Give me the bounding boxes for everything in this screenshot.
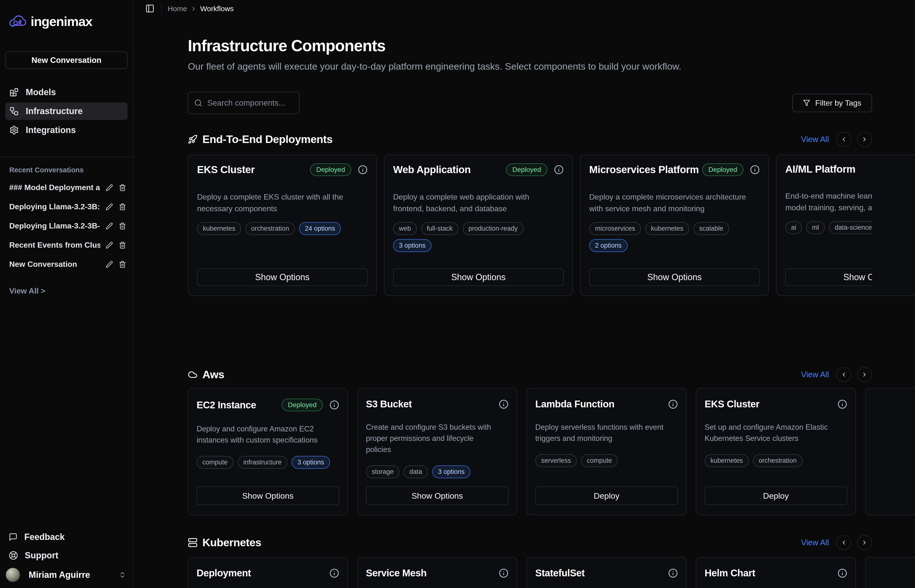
info-icon[interactable] <box>750 165 760 174</box>
carousel-next-button[interactable] <box>857 132 872 147</box>
status-badge: Deployed <box>702 163 743 176</box>
filter-by-tags-label: Filter by Tags <box>815 99 861 108</box>
filter-by-tags-button[interactable]: Filter by Tags <box>792 94 872 112</box>
view-all-link[interactable]: View All <box>801 135 829 144</box>
info-icon[interactable] <box>499 568 509 578</box>
tag-pill[interactable]: ai <box>785 221 802 234</box>
conversation-item[interactable]: Deploying Llama-3.2-3B-Inst <box>9 216 126 236</box>
topbar: Home Workflows <box>145 2 915 15</box>
tag-pill[interactable]: data <box>403 465 428 478</box>
integrations-icon <box>9 125 19 135</box>
tag-pill[interactable]: kubernetes <box>197 222 241 235</box>
tag-pill[interactable]: full-stack <box>421 222 459 235</box>
show-options-button[interactable]: Show Options <box>393 268 564 286</box>
sidebar-item-infrastructure[interactable]: Infrastructure <box>5 102 128 120</box>
info-icon[interactable] <box>668 399 678 409</box>
delete-conversation-button[interactable] <box>118 222 126 230</box>
sidebar-view-all-link[interactable]: View All > <box>9 286 133 296</box>
edit-conversation-button[interactable] <box>105 222 113 230</box>
card: Web ApplicationDeployedDeploy a complete… <box>384 155 573 296</box>
show-options-button[interactable]: Show Options <box>196 486 339 505</box>
edit-conversation-button[interactable] <box>105 184 113 192</box>
models-icon <box>9 87 19 97</box>
carousel-prev-button[interactable] <box>836 132 851 147</box>
search-input[interactable] <box>207 98 294 108</box>
support-button[interactable]: Support <box>0 546 133 565</box>
card-header: Microservices PlatformDeployed <box>589 163 760 176</box>
tag-pill[interactable]: kubernetes <box>704 454 749 467</box>
carousel-prev-button[interactable] <box>836 535 851 550</box>
card: AI/ML PlatformEnd-to-end machine learnin… <box>776 155 915 296</box>
info-icon[interactable] <box>668 568 678 578</box>
app-window: ingenimax New Conversation ModelsInfrast… <box>0 0 915 588</box>
tag-pill[interactable]: compute <box>581 454 618 467</box>
options-pill[interactable]: 3 options <box>432 465 471 478</box>
delete-conversation-button[interactable] <box>118 184 126 192</box>
section-header: KubernetesView All <box>188 535 872 550</box>
view-all-link[interactable]: View All <box>801 370 829 379</box>
delete-conversation-button[interactable] <box>118 241 126 249</box>
card-tags: webfull-stackproduction-ready3 options <box>393 222 564 252</box>
tag-pill[interactable]: orchestration <box>245 222 295 235</box>
show-options-button[interactable]: Show Options <box>589 268 760 286</box>
show-options-button[interactable]: Show Options <box>366 486 509 505</box>
info-icon[interactable] <box>554 165 564 174</box>
sidebar-divider <box>0 157 133 157</box>
edit-conversation-button[interactable] <box>105 260 113 268</box>
sidebar-item-models[interactable]: Models <box>5 84 128 101</box>
carousel-prev-button[interactable] <box>836 367 851 382</box>
topbar-divider <box>161 3 162 14</box>
card-title: S3 Bucket <box>366 399 412 410</box>
info-icon[interactable] <box>329 568 339 578</box>
options-pill[interactable]: 24 options <box>299 222 341 235</box>
trash-icon <box>119 203 126 210</box>
pencil-icon <box>106 184 113 191</box>
tag-pill[interactable]: orchestration <box>753 454 803 467</box>
breadcrumb-home[interactable]: Home <box>168 5 187 13</box>
deploy-button[interactable]: Deploy <box>535 486 678 505</box>
info-icon[interactable] <box>329 400 339 410</box>
user-menu[interactable]: Miriam Aguirre <box>0 565 133 585</box>
edit-conversation-button[interactable] <box>105 203 113 211</box>
info-icon[interactable] <box>499 399 509 409</box>
sidebar-item-integrations[interactable]: Integrations <box>5 121 128 139</box>
tag-pill[interactable]: infrastructure <box>238 456 288 469</box>
delete-conversation-button[interactable] <box>118 203 126 211</box>
conversation-item[interactable]: Recent Events from Cluster: a <box>9 236 126 255</box>
options-pill[interactable]: 2 options <box>589 239 628 252</box>
options-pill[interactable]: 3 options <box>292 456 330 469</box>
tag-pill[interactable]: production-ready <box>463 222 523 235</box>
view-all-link[interactable]: View All <box>801 538 829 547</box>
tag-pill[interactable]: microservices <box>589 222 641 235</box>
conversation-title: New Conversation <box>9 260 100 269</box>
edit-conversation-button[interactable] <box>105 241 113 249</box>
tag-pill[interactable]: compute <box>196 456 233 469</box>
sidebar-toggle-icon[interactable] <box>145 4 155 14</box>
options-pill[interactable]: 3 options <box>393 239 431 252</box>
carousel-next-button[interactable] <box>857 535 872 550</box>
show-options-button[interactable]: Show Options <box>197 268 368 286</box>
card-title: EKS Cluster <box>197 164 254 176</box>
tag-pill[interactable]: web <box>393 222 417 235</box>
card-header: Service Mesh <box>366 568 509 578</box>
delete-conversation-button[interactable] <box>118 260 126 268</box>
tag-pill[interactable]: ml <box>806 221 825 234</box>
feedback-button[interactable]: Feedback <box>0 528 133 546</box>
card-header: StatefulSet <box>535 568 678 578</box>
tag-pill[interactable]: serverless <box>535 454 577 467</box>
tag-pill[interactable]: storage <box>366 465 400 478</box>
carousel-next-button[interactable] <box>857 367 872 382</box>
info-icon[interactable] <box>837 568 847 578</box>
new-conversation-button[interactable]: New Conversation <box>5 52 128 69</box>
deploy-button[interactable]: Deploy <box>704 486 847 505</box>
feedback-label: Feedback <box>24 532 65 542</box>
tag-pill[interactable]: kubernetes <box>645 222 689 235</box>
conversation-item[interactable]: Deploying Llama-3.2-3B: Env <box>9 197 126 216</box>
conversation-item[interactable]: ### Model Deployment and F <box>9 178 126 197</box>
show-options-button[interactable]: Show Options <box>785 268 872 286</box>
conversation-item[interactable]: New Conversation <box>9 255 126 274</box>
tag-pill[interactable]: scalable <box>693 222 729 235</box>
info-icon[interactable] <box>358 165 368 174</box>
info-icon[interactable] <box>837 399 847 409</box>
tag-pill[interactable]: data-science <box>829 221 872 234</box>
